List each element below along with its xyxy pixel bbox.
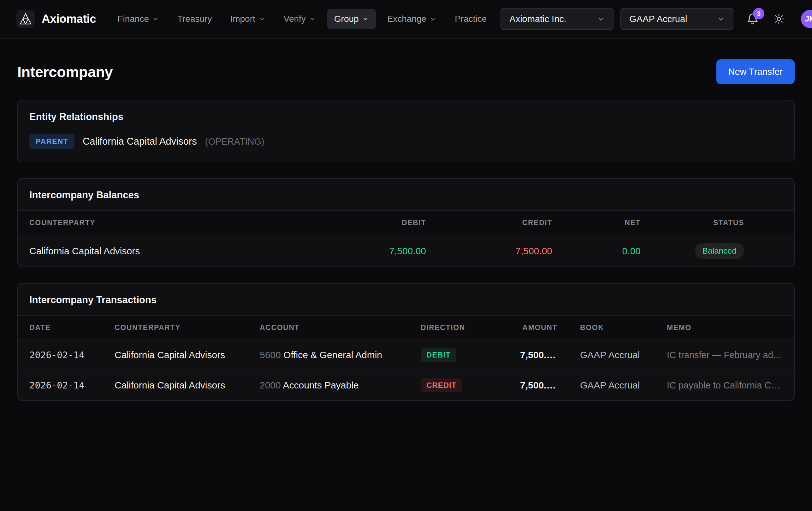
entity-select[interactable]: Axiomatic Inc.	[500, 8, 613, 30]
column-header-direction: Direction	[409, 316, 509, 340]
txn-account: 2000 Accounts Payable	[249, 370, 409, 400]
table-row[interactable]: 2026-02-14 California Capital Advisors 5…	[18, 340, 794, 370]
nav-item-verify[interactable]: Verify	[277, 9, 323, 29]
column-header-account: Account	[249, 316, 409, 340]
balance-status-cell: Balanced	[652, 235, 794, 267]
intercompany-transactions-card: Intercompany Transactions Date Counterpa…	[17, 283, 795, 401]
entity-name: California Capital Advisors	[83, 136, 197, 147]
txn-amount: 7,500.00 USD	[509, 370, 569, 400]
brand-name: Axiomatic	[42, 12, 96, 26]
nav-item-label: Group	[334, 14, 359, 24]
balances-header-row: Counterparty Debit Credit Net Status	[18, 211, 794, 235]
entity-relationship-row: PARENT California Capital Advisors (OPER…	[18, 132, 794, 162]
nav-item-treasury[interactable]: Treasury	[170, 9, 219, 29]
column-header-amount: Amount	[509, 316, 569, 340]
txn-account: 5600 Office & General Admin	[249, 340, 409, 370]
nav-links: Finance Treasury Import Verify Group Exc…	[111, 9, 494, 29]
theme-toggle-button[interactable]	[773, 13, 785, 25]
table-row[interactable]: 2026-02-14 California Capital Advisors 2…	[18, 370, 794, 400]
credit-badge: CREDIT	[421, 378, 462, 392]
column-header-book: Book	[569, 316, 656, 340]
page-header: Intercompany New Transfer	[17, 59, 795, 84]
notifications-button[interactable]: 3	[747, 13, 759, 25]
txn-date: 2026-02-14	[18, 340, 103, 370]
entity-relationships-title: Entity Relationships	[18, 101, 794, 132]
chevron-down-icon	[430, 16, 436, 22]
column-header-date: Date	[18, 316, 103, 340]
column-header-credit: Credit	[437, 211, 563, 235]
nav-item-label: Verify	[284, 14, 306, 24]
txn-date: 2026-02-14	[18, 370, 103, 400]
nav-item-label: Exchange	[387, 14, 427, 24]
balance-credit: 7,500.00	[437, 235, 563, 267]
column-header-net: Net	[563, 211, 652, 235]
account-code: 2000	[260, 380, 281, 391]
transactions-table: Date Counterparty Account Direction Amou…	[18, 315, 794, 400]
user-menu[interactable]: JM James	[801, 10, 812, 28]
column-header-memo: Memo	[656, 316, 794, 340]
column-header-counterparty: Counterparty	[18, 211, 259, 235]
txn-counterparty: California Capital Advisors	[103, 340, 249, 370]
nav-item-finance[interactable]: Finance	[111, 9, 166, 29]
nav-item-label: Import	[230, 14, 255, 24]
top-navbar: Axiomatic Finance Treasury Import Verify…	[0, 0, 812, 38]
balance-net: 0.00	[563, 235, 652, 267]
sun-icon	[773, 13, 785, 25]
column-header-debit: Debit	[259, 211, 437, 235]
avatar: JM	[801, 10, 812, 28]
page-title: Intercompany	[17, 63, 113, 81]
triangle-logo-icon	[19, 12, 32, 25]
account-name: Office & General Admin	[283, 350, 382, 360]
txn-memo: IC transfer — February ad...	[656, 340, 794, 370]
entity-relationships-card: Entity Relationships PARENT California C…	[17, 100, 795, 162]
balances-table: Counterparty Debit Credit Net Status Cal…	[18, 210, 794, 267]
txn-counterparty: California Capital Advisors	[103, 370, 249, 400]
chevron-down-icon	[597, 15, 605, 23]
txn-amount: 7,500.00 USD	[509, 340, 569, 370]
notification-count-badge: 3	[753, 8, 764, 19]
transactions-title: Intercompany Transactions	[18, 284, 794, 315]
nav-item-group[interactable]: Group	[327, 9, 376, 29]
main-content: Intercompany New Transfer Entity Relatio…	[0, 59, 812, 401]
book-select[interactable]: GAAP Accrual	[620, 8, 733, 30]
nav-item-exchange[interactable]: Exchange	[380, 9, 444, 29]
txn-book: GAAP Accrual	[569, 340, 656, 370]
chevron-down-icon	[362, 16, 369, 22]
chevron-down-icon	[717, 15, 725, 23]
balance-debit: 7,500.00	[259, 235, 437, 267]
transactions-header-row: Date Counterparty Account Direction Amou…	[18, 316, 794, 340]
txn-direction-cell: DEBIT	[409, 340, 509, 370]
account-name: Accounts Payable	[283, 380, 358, 391]
intercompany-balances-card: Intercompany Balances Counterparty Debit…	[17, 178, 795, 267]
new-transfer-button[interactable]: New Transfer	[716, 59, 795, 84]
nav-item-practice[interactable]: Practice	[448, 9, 494, 29]
book-select-value: GAAP Accrual	[629, 14, 687, 24]
app-logo[interactable]	[17, 10, 35, 28]
column-header-status: Status	[652, 211, 794, 235]
debit-badge: DEBIT	[421, 348, 456, 362]
column-header-counterparty: Counterparty	[103, 316, 249, 340]
nav-item-import[interactable]: Import	[223, 9, 272, 29]
account-code: 5600	[260, 350, 281, 360]
txn-memo: IC payable to California Ca...	[656, 370, 794, 400]
txn-book: GAAP Accrual	[569, 370, 656, 400]
chevron-down-icon	[309, 16, 316, 22]
parent-badge: PARENT	[29, 134, 75, 149]
nav-item-label: Finance	[117, 14, 149, 24]
table-row[interactable]: California Capital Advisors 7,500.00 7,5…	[18, 235, 794, 267]
txn-direction-cell: CREDIT	[409, 370, 509, 400]
balances-title: Intercompany Balances	[18, 179, 794, 210]
nav-item-label: Treasury	[177, 14, 212, 24]
chevron-down-icon	[258, 16, 265, 22]
chevron-down-icon	[152, 16, 159, 22]
entity-select-value: Axiomatic Inc.	[509, 14, 567, 24]
balance-counterparty: California Capital Advisors	[18, 235, 259, 267]
entity-type: (OPERATING)	[205, 136, 264, 147]
status-badge: Balanced	[695, 243, 744, 259]
nav-item-label: Practice	[455, 14, 487, 24]
